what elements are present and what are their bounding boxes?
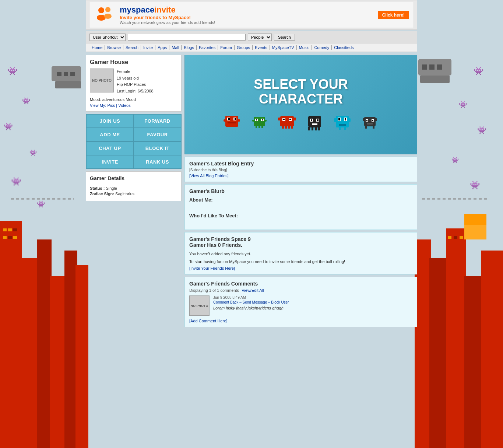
pics-link[interactable]: Pics: [107, 103, 115, 108]
commenter-photo: NO PHOTO: [189, 295, 210, 316]
nav-home[interactable]: Home: [89, 45, 105, 50]
svg-rect-28: [446, 228, 466, 448]
nav-groups[interactable]: Groups: [235, 45, 253, 50]
invite-friends-link[interactable]: [Invite Your Friends Here]: [189, 266, 412, 270]
svg-rect-32: [464, 225, 486, 239]
character-select-banner: SELECT YOUR CHARACTER: [184, 55, 417, 154]
nav-forum[interactable]: Forum: [218, 45, 235, 50]
svg-rect-75: [289, 119, 291, 120]
nav-mall[interactable]: Mall: [169, 45, 182, 50]
nav-browse[interactable]: Browse: [105, 45, 123, 50]
status-label: Status :: [90, 186, 105, 190]
favour-button[interactable]: FAVOUR: [134, 128, 181, 141]
svg-text:👾: 👾: [477, 126, 486, 134]
nav-apps[interactable]: Apps: [155, 45, 169, 50]
svg-rect-25: [415, 0, 503, 448]
svg-rect-17: [55, 81, 81, 88]
svg-rect-59: [237, 119, 240, 122]
svg-rect-109: [365, 126, 367, 129]
character-dark-alien[interactable]: [360, 114, 380, 132]
search-button[interactable]: Search: [274, 34, 295, 41]
subscribe-link[interactable]: [Subscribe to this Blog]: [189, 168, 412, 172]
view-edit-link[interactable]: View/Edit All: [242, 288, 264, 293]
add-comment-link[interactable]: [Add Comment Here]: [189, 319, 412, 323]
profile-age: 19 years old: [117, 75, 154, 82]
svg-point-49: [105, 7, 110, 12]
comments-box: Gamer's Friends Comments Displaying 1 of…: [184, 277, 417, 327]
join-us-button[interactable]: JOIN US: [86, 114, 134, 128]
view-all-blogs-link[interactable]: [View All Blog Entries]: [189, 174, 412, 178]
meet-text: [189, 220, 412, 226]
nav-blogs[interactable]: Blogs: [182, 45, 197, 50]
svg-rect-33: [448, 236, 451, 239]
main-content: Gamer House NO PHOTO Female 19 years old…: [86, 52, 417, 330]
logo-myspace: myspace: [120, 5, 154, 15]
forward-button[interactable]: FORWARD: [134, 114, 181, 128]
nav-search[interactable]: Search: [123, 45, 141, 50]
chat-up-button[interactable]: CHAT UP: [86, 141, 134, 155]
svg-point-50: [104, 14, 112, 19]
nav-myspacetv[interactable]: MySpaceTV: [270, 45, 297, 50]
svg-rect-9: [13, 228, 17, 231]
svg-rect-1: [0, 221, 22, 448]
send-message-link[interactable]: Send Message: [242, 300, 267, 304]
click-here-button[interactable]: Click here!: [378, 11, 409, 19]
svg-rect-3: [37, 239, 52, 448]
no-friends-msg: You haven't added any friends yet.: [189, 251, 412, 257]
svg-rect-69: [252, 120, 255, 122]
status-row: Status : Single: [90, 186, 177, 190]
svg-rect-60: [228, 122, 236, 123]
add-me-button[interactable]: ADD ME: [86, 128, 134, 141]
svg-rect-98: [348, 118, 351, 122]
svg-rect-61: [254, 117, 265, 126]
user-shortcut-select[interactable]: User ShortcutProfile URL: [89, 34, 126, 41]
nav-events[interactable]: Events: [253, 45, 270, 50]
svg-rect-15: [64, 72, 68, 76]
character-red-crab[interactable]: [222, 114, 242, 132]
people-select[interactable]: PeopleMusicEvents: [248, 34, 272, 41]
videos-link[interactable]: Videos: [118, 103, 130, 108]
meet-label: Who I'd Like To Meet:: [189, 213, 412, 218]
rank-us-button[interactable]: RANK US: [134, 155, 181, 169]
search-input[interactable]: [128, 34, 246, 41]
svg-rect-78: [288, 125, 290, 129]
status-value: Single: [106, 186, 117, 190]
comment-back-link[interactable]: Comment Back: [213, 300, 238, 304]
svg-rect-56: [229, 124, 231, 127]
comments-title: Gamer's Friends Comments: [189, 281, 412, 287]
block-it-button[interactable]: BLOCK IT: [134, 141, 181, 155]
zodiac-label: Zodiac Sign:: [90, 192, 114, 196]
nav-comedy[interactable]: Comedy: [312, 45, 332, 50]
svg-rect-27: [429, 258, 448, 448]
block-user-link[interactable]: Block User: [271, 300, 289, 304]
svg-rect-39: [437, 64, 442, 70]
character-black-ghost[interactable]: [305, 114, 325, 132]
nav-favorites[interactable]: Favorites: [197, 45, 218, 50]
svg-rect-100: [339, 127, 341, 130]
friends-title: Gamer's Friends Space 9: [189, 236, 412, 242]
nav-music[interactable]: Music: [297, 45, 312, 50]
svg-rect-14: [57, 72, 61, 76]
profile-meta: Female 19 years old Hip HOP Places Last …: [117, 69, 154, 94]
logo-invite: invite: [154, 5, 175, 15]
svg-rect-64: [256, 119, 257, 120]
svg-rect-111: [367, 123, 373, 125]
about-me-text: [189, 204, 412, 210]
character-red-octopus[interactable]: [277, 114, 297, 132]
character-cyan-robot[interactable]: [332, 114, 352, 132]
svg-point-47: [98, 7, 104, 13]
profile-info-row: NO PHOTO Female 19 years old Hip HOP Pla…: [90, 69, 177, 94]
nav-invite[interactable]: Invite: [141, 45, 155, 50]
character-green-squid[interactable]: [249, 114, 270, 132]
comment-date: Jun 9 2008 8:49 AM: [213, 295, 289, 300]
invite-button[interactable]: INVITE: [86, 155, 134, 169]
svg-rect-7: [3, 228, 7, 231]
svg-rect-97: [334, 118, 336, 122]
svg-rect-57: [233, 124, 235, 127]
nav-classifieds[interactable]: Classifieds: [332, 45, 356, 50]
svg-text:👾: 👾: [451, 157, 459, 164]
svg-rect-110: [373, 126, 374, 129]
svg-rect-5: [64, 251, 77, 448]
svg-rect-11: [8, 236, 12, 239]
svg-rect-16: [70, 72, 75, 76]
